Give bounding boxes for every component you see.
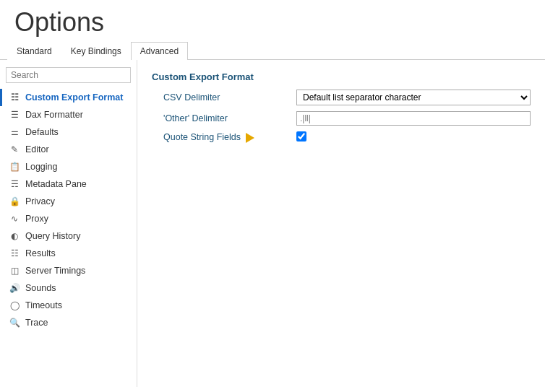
sidebar-item-defaults[interactable]: ⚌ Defaults [0,123,137,141]
sidebar-item-dax-formatter[interactable]: ☰ Dax Formatter [0,106,137,123]
other-delimiter-input[interactable] [296,111,531,126]
list-icon: ☰ [9,109,20,121]
sidebar-label: Custom Export Format [25,92,123,103]
sidebar-item-proxy[interactable]: ∿ Proxy [0,210,137,227]
sidebar-label: Query History [25,231,80,241]
sidebar-item-sounds[interactable]: 🔊 Sounds [0,279,137,297]
tab-advanced[interactable]: Advanced [131,42,188,60]
sidebar-item-query-history[interactable]: ◐ Query History [0,227,137,245]
search-input[interactable] [6,67,131,83]
results-icon: ☷ [9,248,20,259]
other-delimiter-control [296,111,531,126]
other-delimiter-row: 'Other' Delimiter [152,111,531,126]
defaults-icon: ⚌ [9,126,20,138]
table-icon: ☷ [9,92,20,103]
quote-string-fields-control [296,131,531,144]
metadata-icon: ☴ [9,178,20,190]
sidebar-label: Results [25,248,56,258]
section-title: Custom Export Format [152,71,531,82]
sidebar-label: Proxy [25,214,48,224]
sidebar-label: Logging [25,162,58,172]
sidebar-item-editor[interactable]: ✎ Editor [0,141,137,158]
csv-delimiter-select[interactable]: Default list separator character Comma S… [296,90,531,105]
csv-delimiter-label: CSV Delimiter [152,92,296,103]
sounds-icon: 🔊 [9,282,20,294]
sidebar-label: Timeouts [25,300,62,310]
other-delimiter-label: 'Other' Delimiter [152,113,296,123]
tab-standard[interactable]: Standard [7,42,61,60]
quote-string-fields-label: Quote String Fields [152,132,296,143]
csv-delimiter-row: CSV Delimiter Default list separator cha… [152,90,531,105]
sidebar-label: Metadata Pane [25,179,87,189]
quote-string-fields-row: Quote String Fields [152,131,531,144]
tabs-bar: Standard Key Bindings Advanced [0,42,545,60]
sidebar-label: Defaults [25,127,59,137]
sidebar-item-timeouts[interactable]: ◯ Timeouts [0,297,137,314]
sidebar-label: Sounds [25,283,56,293]
editor-icon: ✎ [9,144,20,155]
quote-string-fields-checkbox[interactable] [296,131,306,141]
content-area: Custom Export Format CSV Delimiter Defau… [137,60,545,387]
timings-icon: ◫ [9,265,20,276]
sidebar-item-logging[interactable]: 📋 Logging [0,158,137,175]
sidebar-label: Editor [25,144,49,154]
privacy-icon: 🔒 [9,196,20,207]
timeouts-icon: ◯ [9,300,20,311]
sidebar-item-custom-export-format[interactable]: ☷ Custom Export Format [0,89,137,106]
sidebar-item-results[interactable]: ☷ Results [0,245,137,262]
logging-icon: 📋 [9,161,20,173]
sidebar-item-privacy[interactable]: 🔒 Privacy [0,193,137,210]
sidebar-item-trace[interactable]: 🔍 Trace [0,314,137,331]
sidebar-item-metadata-pane[interactable]: ☴ Metadata Pane [0,175,137,193]
proxy-icon: ∿ [9,213,20,225]
page-title: Options [0,0,545,42]
cursor-arrow [246,133,254,143]
sidebar-label: Server Timings [25,266,85,276]
history-icon: ◐ [9,230,20,242]
trace-icon: 🔍 [9,317,20,328]
sidebar-label: Dax Formatter [25,110,83,120]
sidebar: ☷ Custom Export Format ☰ Dax Formatter ⚌… [0,60,137,387]
tab-key-bindings[interactable]: Key Bindings [61,42,131,60]
sidebar-item-server-timings[interactable]: ◫ Server Timings [0,262,137,279]
csv-delimiter-control: Default list separator character Comma S… [296,90,531,105]
sidebar-label: Trace [25,318,48,328]
sidebar-label: Privacy [25,196,55,206]
